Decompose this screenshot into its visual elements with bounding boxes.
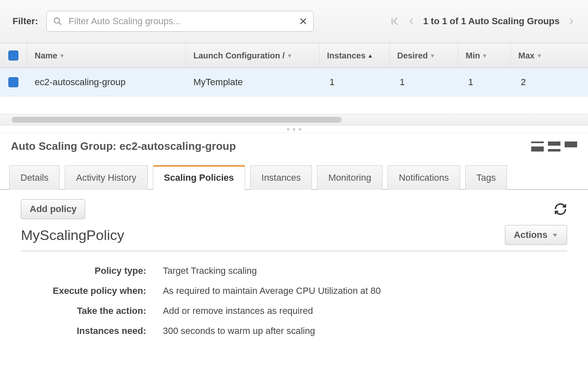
policy-actions-button[interactable]: Actions xyxy=(505,225,567,245)
cell-desired: 1 xyxy=(389,68,458,96)
filter-bar: Filter: 1 to 1 of 1 Auto Scaling Groups xyxy=(0,0,588,43)
column-max[interactable]: Max ▾ xyxy=(510,43,569,68)
policy-action-label: Take the action: xyxy=(21,306,163,316)
layout-split-icon[interactable] xyxy=(548,142,560,152)
column-launch-label: Launch Configuration / xyxy=(193,51,285,61)
column-min[interactable]: Min ▾ xyxy=(458,43,510,68)
tab-tags[interactable]: Tags xyxy=(465,165,507,190)
filter-label: Filter: xyxy=(13,16,38,27)
horizontal-scrollbar[interactable] xyxy=(0,114,588,126)
policy-name: MyScalingPolicy xyxy=(21,227,124,243)
policy-type-label: Policy type: xyxy=(21,265,163,276)
sort-icon: ▾ xyxy=(431,52,434,59)
policy-warmup-label: Instances need: xyxy=(21,326,163,336)
column-name-label: Name xyxy=(35,51,57,61)
cell-min: 1 xyxy=(458,68,510,96)
column-name[interactable]: Name ▾ xyxy=(27,43,185,68)
tab-instances[interactable]: Instances xyxy=(250,165,312,190)
layout-bottom-icon[interactable] xyxy=(565,142,577,152)
detail-title-prefix: Auto Scaling Group: xyxy=(11,140,119,152)
policy-execute-label: Execute policy when: xyxy=(21,286,163,296)
filter-input[interactable] xyxy=(46,11,314,32)
cell-max: 2 xyxy=(510,68,569,96)
tab-details[interactable]: Details xyxy=(9,165,60,190)
chevron-down-icon xyxy=(552,232,558,238)
policy-type-value: Target Tracking scaling xyxy=(163,265,567,276)
column-desired[interactable]: Desired ▾ xyxy=(389,43,458,68)
page-first-icon[interactable] xyxy=(390,16,400,26)
sort-icon: ▾ xyxy=(538,52,541,59)
sort-icon: ▾ xyxy=(288,52,291,59)
select-all-checkbox[interactable] xyxy=(8,51,18,61)
policy-title-row: MyScalingPolicy Actions xyxy=(21,223,567,251)
column-instances[interactable]: Instances ▴ xyxy=(319,43,389,68)
policy-execute-value: As required to maintain Average CPU Util… xyxy=(163,286,567,296)
search-icon xyxy=(53,17,62,26)
sort-icon: ▾ xyxy=(61,52,63,59)
layout-top-icon[interactable] xyxy=(531,142,544,152)
column-min-label: Min xyxy=(466,51,480,61)
detail-title: Auto Scaling Group: ec2-autoscaling-grou… xyxy=(11,140,236,153)
cell-launch: MyTemplate xyxy=(185,68,319,96)
detail-tabs: Details Activity History Scaling Policie… xyxy=(0,164,588,190)
refresh-icon[interactable] xyxy=(554,202,567,216)
scrollbar-thumb[interactable] xyxy=(12,117,342,123)
layout-switcher xyxy=(531,142,577,152)
column-launch-config[interactable]: Launch Configuration / ▾ xyxy=(185,43,319,68)
pane-resize-handle[interactable] xyxy=(0,126,588,133)
detail-title-name: ec2-autoscaling-group xyxy=(119,140,236,152)
select-all-cell xyxy=(0,51,27,61)
add-policy-button[interactable]: Add policy xyxy=(21,199,85,219)
sort-icon: ▾ xyxy=(483,52,486,59)
page-next-icon[interactable] xyxy=(567,16,575,26)
pager: 1 to 1 of 1 Auto Scaling Groups xyxy=(390,16,575,27)
row-checkbox[interactable] xyxy=(8,77,18,87)
svg-point-0 xyxy=(54,18,60,23)
tab-scaling-policies[interactable]: Scaling Policies xyxy=(153,165,246,190)
table-header: Name ▾ Launch Configuration / ▾ Instance… xyxy=(0,43,588,68)
svg-line-1 xyxy=(59,23,61,25)
column-instances-label: Instances xyxy=(327,51,365,61)
page-prev-icon[interactable] xyxy=(407,16,416,26)
detail-header: Auto Scaling Group: ec2-autoscaling-grou… xyxy=(0,133,588,157)
column-max-label: Max xyxy=(518,51,535,61)
policy-toolbar: Add policy xyxy=(0,190,588,223)
tab-monitoring[interactable]: Monitoring xyxy=(317,165,383,190)
table-row[interactable]: ec2-autoscaling-group MyTemplate 1 1 1 2 xyxy=(0,68,588,96)
policy-action-value: Add or remove instances as required xyxy=(163,306,567,316)
sort-asc-icon: ▴ xyxy=(369,52,372,59)
column-desired-label: Desired xyxy=(397,51,428,61)
cell-instances: 1 xyxy=(319,68,389,96)
policy-warmup-value: 300 seconds to warm up after scaling xyxy=(163,326,567,336)
filter-input-wrap xyxy=(46,11,314,32)
clear-icon[interactable] xyxy=(299,17,308,26)
policy-details: Policy type: Target Tracking scaling Exe… xyxy=(0,251,588,345)
policy-actions-label: Actions xyxy=(514,230,547,240)
tab-notifications[interactable]: Notifications xyxy=(388,165,460,190)
tab-activity-history[interactable]: Activity History xyxy=(65,165,147,190)
cell-name: ec2-autoscaling-group xyxy=(27,68,185,96)
svg-marker-5 xyxy=(553,234,558,237)
pager-text: 1 to 1 of 1 Auto Scaling Groups xyxy=(423,16,560,27)
row-checkbox-cell xyxy=(0,77,27,87)
